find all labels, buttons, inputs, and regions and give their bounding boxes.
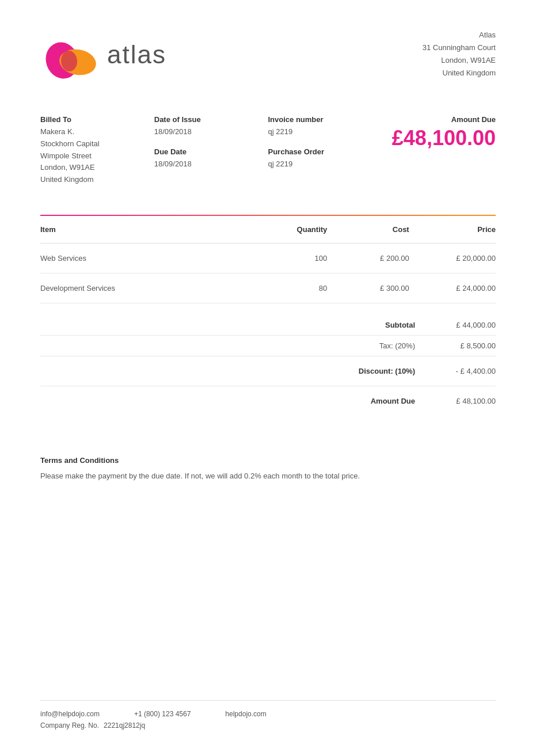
footer: info@helpdojo.com +1 (800) 123 4567 help…: [40, 700, 496, 733]
subtotal-row: Subtotal £ 44,000.00: [40, 315, 496, 336]
terms-text: Please make the payment by the due date.…: [40, 470, 496, 483]
totals-section: Subtotal £ 44,000.00 Tax: (20%) £ 8,500.…: [40, 315, 496, 416]
purchase-order-label: Purchase Order: [268, 147, 382, 156]
invoice-col: Invoice number qj 2219 Purchase Order qj…: [268, 115, 382, 186]
footer-row-1: info@helpdojo.com +1 (800) 123 4567 help…: [40, 710, 496, 718]
table-row: Development Services 80 £ 300.00 £ 24,00…: [40, 273, 496, 303]
tax-value: £ 8,500.00: [427, 341, 496, 350]
amount-due-total-label: Amount Due: [334, 397, 427, 405]
footer-phone-value: +1 (800) 123 4567: [134, 710, 191, 718]
cell-qty-0: 100: [245, 243, 327, 273]
invoice-number-label: Invoice number: [268, 115, 382, 124]
due-date-value: 18/09/2018: [154, 158, 268, 170]
cell-price-1: £ 24,000.00: [409, 273, 496, 303]
amount-due-col: Amount Due £48,100.00: [382, 115, 496, 186]
discount-label: Discount: (10%): [334, 367, 427, 375]
footer-reg: Company Reg. No. 2221qj2812jq: [40, 721, 145, 730]
footer-email: info@helpdojo.com: [40, 710, 100, 718]
billed-to-col: Billed To Makera K. Stockhorn Capital Wi…: [40, 115, 154, 186]
company-address-line2: London, W91AE: [423, 54, 496, 67]
footer-reg-label: Company Reg. No.: [40, 721, 99, 730]
due-date-label: Due Date: [154, 147, 268, 156]
billed-to-company: Stockhorn Capital: [40, 138, 154, 150]
terms-title: Terms and Conditions: [40, 456, 496, 465]
discount-row: Discount: (10%) - £ 4,400.00: [40, 356, 496, 386]
company-address: Atlas 31 Cunningham Court London, W91AE …: [423, 29, 496, 79]
footer-website: helpdojo.com: [225, 710, 266, 718]
cell-cost-1: £ 300.00: [327, 273, 409, 303]
footer-phone: +1 (800) 123 4567: [134, 710, 191, 718]
billed-to-label: Billed To: [40, 115, 154, 124]
col-header-cost: Cost: [327, 216, 409, 244]
billed-to-name: Makera K.: [40, 126, 154, 138]
tax-label: Tax: (20%): [334, 341, 427, 350]
subtotal-value: £ 44,000.00: [427, 321, 496, 329]
cell-cost-0: £ 200.00: [327, 243, 409, 273]
cell-qty-1: 80: [245, 273, 327, 303]
cell-price-0: £ 20,000.00: [409, 243, 496, 273]
footer-website-value: helpdojo.com: [225, 710, 266, 718]
subtotal-label: Subtotal: [334, 321, 427, 329]
company-name: Atlas: [423, 29, 496, 41]
date-col: Date of Issue 18/09/2018 Due Date 18/09/…: [154, 115, 268, 186]
col-header-quantity: Quantity: [245, 216, 327, 244]
logo-area: atlas: [40, 29, 166, 81]
discount-value: - £ 4,400.00: [427, 367, 496, 375]
purchase-order-value: qj 2219: [268, 158, 382, 170]
header: atlas Atlas 31 Cunningham Court London, …: [40, 29, 496, 81]
cell-item-1: Development Services: [40, 273, 245, 303]
tax-row: Tax: (20%) £ 8,500.00: [40, 336, 496, 356]
footer-reg-value: 2221qj2812jq: [104, 721, 145, 730]
footer-email-value: info@helpdojo.com: [40, 710, 100, 718]
atlas-logo-icon: [40, 29, 98, 81]
billed-to-country: United Kingdom: [40, 174, 154, 186]
cell-item-0: Web Services: [40, 243, 245, 273]
terms-section: Terms and Conditions Please make the pay…: [40, 450, 496, 483]
amount-due-row: Amount Due £ 48,100.00: [40, 386, 496, 416]
col-header-price: Price: [409, 216, 496, 244]
col-header-item: Item: [40, 216, 245, 244]
billing-section: Billed To Makera K. Stockhorn Capital Wi…: [40, 115, 496, 186]
amount-due-total-value: £ 48,100.00: [427, 397, 496, 405]
invoice-table: Item Quantity Cost Price Web Services 10…: [40, 216, 496, 303]
logo-text: atlas: [107, 40, 166, 69]
invoice-number-value: qj 2219: [268, 126, 382, 138]
amount-due-header-value: £48,100.00: [382, 126, 496, 150]
company-address-line3: United Kingdom: [423, 67, 496, 79]
footer-row-2: Company Reg. No. 2221qj2812jq: [40, 721, 496, 730]
company-address-line1: 31 Cunningham Court: [423, 41, 496, 54]
date-issue-value: 18/09/2018: [154, 126, 268, 138]
table-row: Web Services 100 £ 200.00 £ 20,000.00: [40, 243, 496, 273]
billed-to-street: Wimpole Street: [40, 150, 154, 162]
billed-to-city: London, W91AE: [40, 162, 154, 174]
amount-due-header-label: Amount Due: [382, 115, 496, 124]
date-issue-label: Date of Issue: [154, 115, 268, 124]
